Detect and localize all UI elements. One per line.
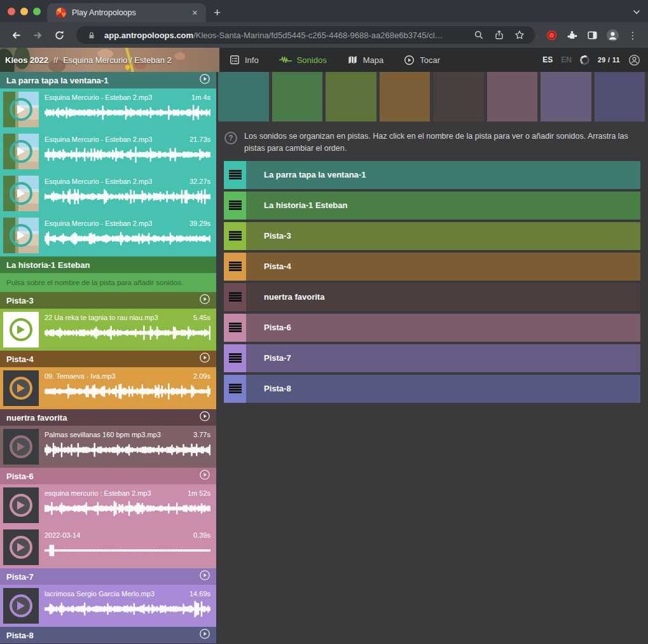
clip-play-icon[interactable] bbox=[10, 224, 32, 247]
track-row-body[interactable]: Pista-7 bbox=[246, 344, 640, 372]
drag-handle[interactable] bbox=[224, 161, 246, 189]
sidebar-track-header[interactable]: Pista-8 bbox=[0, 627, 216, 643]
zoom-icon[interactable] bbox=[471, 30, 486, 40]
sidebar-track-section: Pista-7 lacrimosa Sergio García Merlo.mp… bbox=[0, 568, 216, 627]
play-track-icon[interactable] bbox=[199, 570, 210, 584]
browser-tab[interactable]: Play Antropoloops ✕ bbox=[47, 3, 206, 22]
back-button[interactable] bbox=[6, 25, 25, 45]
macos-fullscreen-button[interactable] bbox=[33, 8, 41, 15]
browser-menu-icon[interactable]: ⋮ bbox=[624, 26, 642, 44]
track-list-row[interactable]: Pista-7 bbox=[224, 344, 640, 372]
sidebar-track-header[interactable]: La historia-1 Esteban bbox=[0, 256, 216, 273]
clip-waveform bbox=[45, 442, 210, 458]
track-list-row[interactable]: Pista-3 bbox=[224, 222, 640, 250]
clip-play-icon[interactable] bbox=[10, 594, 32, 617]
extensions-puzzle-icon[interactable] bbox=[563, 26, 581, 44]
lang-es[interactable]: ES bbox=[542, 55, 553, 64]
play-track-icon[interactable] bbox=[199, 352, 210, 366]
drag-handle[interactable] bbox=[224, 253, 246, 281]
loading-spinner-icon bbox=[579, 54, 590, 66]
audio-clip-row[interactable]: Palmas sevillanas 160 bpm mp3.mp3 3.77s bbox=[0, 426, 216, 468]
track-list-row[interactable]: Pista-6 bbox=[224, 314, 640, 342]
url-bar[interactable]: app.antropoloops.com/Kleos-Santa-Marina/… bbox=[76, 26, 535, 44]
lang-en[interactable]: EN bbox=[561, 55, 572, 64]
clip-play-icon[interactable] bbox=[10, 377, 32, 400]
play-track-icon[interactable] bbox=[199, 293, 210, 307]
track-row-body[interactable]: La parra tapa la ventana-1 bbox=[246, 161, 640, 189]
sidebar-track-section: Pista-8 bbox=[0, 627, 216, 643]
macos-close-button[interactable] bbox=[8, 8, 15, 15]
audio-clip-row[interactable]: 2022-03-14 0.39s bbox=[0, 526, 216, 568]
track-color-swatch bbox=[595, 72, 645, 122]
drag-handle[interactable] bbox=[224, 222, 246, 250]
clip-play-icon[interactable] bbox=[10, 318, 32, 341]
bookmark-star-icon[interactable] bbox=[512, 30, 527, 40]
sidebar-track-header[interactable]: Pista-6 bbox=[0, 468, 216, 484]
clip-play-triangle bbox=[17, 231, 29, 240]
audio-clip-row[interactable]: 22 Ua reka te tagnia to rau niau.mp3 5.4… bbox=[0, 309, 216, 351]
account-icon[interactable] bbox=[628, 54, 640, 66]
track-row-body[interactable]: Pista-6 bbox=[246, 314, 640, 342]
clip-play-icon[interactable] bbox=[10, 536, 32, 559]
drag-handle[interactable] bbox=[224, 283, 246, 311]
sidebar-track-header[interactable]: Pista-4 bbox=[0, 351, 216, 367]
tab-tocar[interactable]: Tocar bbox=[404, 55, 440, 66]
tab-mapa[interactable]: Mapa bbox=[347, 55, 384, 65]
tab-close-icon[interactable]: ✕ bbox=[189, 8, 201, 18]
audio-clip-row[interactable]: Esquina Mercurio - Esteban 2.mp3 1m 4s bbox=[0, 88, 216, 130]
side-panel-icon[interactable] bbox=[583, 26, 601, 44]
audio-clip-row[interactable]: lacrimosa Sergio García Merlo.mp3 14.69s bbox=[0, 585, 216, 627]
share-icon[interactable] bbox=[492, 30, 507, 40]
sidebar-track-header[interactable]: nuertra favorita bbox=[0, 409, 216, 426]
sidebar-track-header[interactable]: La parra tapa la ventana-1 bbox=[0, 72, 216, 88]
tab-sonidos-label: Sonidos bbox=[297, 55, 327, 65]
tab-info[interactable]: Info bbox=[230, 55, 259, 65]
drag-handle[interactable] bbox=[224, 375, 246, 403]
play-track-icon[interactable] bbox=[199, 469, 210, 483]
tab-sonidos[interactable]: Sonidos bbox=[279, 55, 327, 65]
audio-clip-row[interactable]: 09. Temaeva - Iva.mp3 2.09s bbox=[0, 367, 216, 409]
play-track-icon[interactable] bbox=[199, 628, 210, 642]
clip-play-icon[interactable] bbox=[10, 494, 32, 517]
drag-handle[interactable] bbox=[224, 344, 246, 372]
browser-profile-avatar[interactable] bbox=[603, 26, 621, 44]
drag-handle[interactable] bbox=[224, 314, 246, 342]
clip-play-icon[interactable] bbox=[10, 98, 32, 121]
track-list-row[interactable]: La historia-1 Esteban bbox=[224, 192, 640, 220]
tab-search-chevron-icon[interactable] bbox=[633, 6, 640, 17]
track-row-body[interactable]: Pista-8 bbox=[246, 375, 640, 403]
track-list-row[interactable]: nuertra favorita bbox=[224, 283, 640, 311]
forward-button[interactable] bbox=[28, 25, 47, 45]
sidebar-track-clips: Palmas sevillanas 160 bpm mp3.mp3 3.77s bbox=[0, 426, 216, 468]
track-list-row[interactable]: Pista-8 bbox=[224, 375, 640, 403]
track-row-name: nuertra favorita bbox=[264, 292, 324, 302]
track-row-body[interactable]: nuertra favorita bbox=[246, 283, 640, 311]
clip-play-icon[interactable] bbox=[10, 140, 32, 163]
play-track-icon[interactable] bbox=[199, 73, 210, 87]
audio-clip-row[interactable]: Esquina Mercurio - Esteban 2.mp3 39.29s bbox=[0, 214, 216, 256]
track-row-body[interactable]: La historia-1 Esteban bbox=[246, 192, 640, 220]
clip-play-icon[interactable] bbox=[10, 435, 32, 458]
play-track-icon[interactable] bbox=[199, 410, 210, 424]
new-tab-button[interactable]: + bbox=[206, 6, 228, 22]
audio-clip-row[interactable]: Esquina Mercurio - Esteban 2.mp3 32.27s bbox=[0, 172, 216, 214]
clip-duration: 32.27s bbox=[190, 178, 210, 185]
screen-record-icon[interactable] bbox=[542, 26, 560, 44]
drag-handle[interactable] bbox=[224, 192, 246, 220]
audio-clip-row[interactable]: esquina mercurio : Esteban 2.mp3 1m 52s bbox=[0, 484, 216, 526]
drag-handle-icon bbox=[229, 200, 242, 210]
track-row-body[interactable]: Pista-4 bbox=[246, 253, 640, 281]
track-list-row[interactable]: La parra tapa la ventana-1 bbox=[224, 161, 640, 189]
clip-duration: 0.39s bbox=[193, 531, 210, 539]
clip-play-triangle bbox=[17, 189, 29, 198]
reload-button[interactable] bbox=[50, 25, 69, 45]
clip-play-icon[interactable] bbox=[10, 182, 32, 205]
sidebar-track-header[interactable]: Pista-7 bbox=[0, 568, 216, 585]
macos-minimize-button[interactable] bbox=[20, 8, 28, 15]
track-row-body[interactable]: Pista-3 bbox=[246, 222, 640, 250]
sidebar-track-clips: esquina mercurio : Esteban 2.mp3 1m 52s … bbox=[0, 484, 216, 568]
clip-duration: 39.29s bbox=[190, 220, 210, 227]
sidebar-track-header[interactable]: Pista-3 bbox=[0, 292, 216, 309]
track-list-row[interactable]: Pista-4 bbox=[224, 253, 640, 281]
audio-clip-row[interactable]: Esquina Mercurio - Esteban 2.mp3 21.73s bbox=[0, 130, 216, 172]
